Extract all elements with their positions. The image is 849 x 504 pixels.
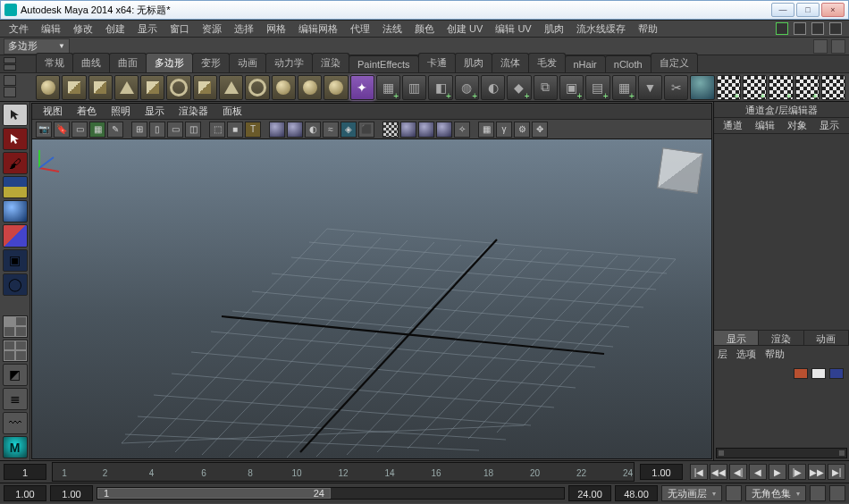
menu-normals[interactable]: 法线 <box>377 21 408 38</box>
menu-create[interactable]: 创建 <box>100 21 130 38</box>
shelf-append-icon[interactable]: ▣ <box>559 75 584 100</box>
shelf-scroll-down-icon[interactable] <box>4 87 16 97</box>
shelf-tab-deform[interactable]: 变形 <box>192 53 230 72</box>
shelf-cone-icon[interactable] <box>114 75 139 100</box>
shelf-tab-render[interactable]: 渲染 <box>312 53 349 72</box>
shelf-split-icon[interactable]: ✂ <box>664 75 688 100</box>
shelf-bridge-icon[interactable]: ⧉ <box>534 75 558 100</box>
vp-image-plane-icon[interactable]: ▭ <box>71 122 88 138</box>
shelf-uv-planar-icon[interactable] <box>717 75 741 100</box>
menu-edit[interactable]: 编辑 <box>36 21 66 38</box>
vp-menu-shading[interactable]: 着色 <box>71 104 102 119</box>
vp-ao-icon[interactable]: ◐ <box>305 122 321 138</box>
tool-lasso-icon[interactable] <box>3 128 28 150</box>
shelf-tab-custom[interactable]: 自定义 <box>651 53 698 72</box>
vp-renderer-icon[interactable]: ⚙ <box>514 122 530 138</box>
shelf-scroll-up-icon[interactable] <box>4 75 16 86</box>
play-reverse-icon[interactable]: ◀ <box>749 464 767 480</box>
current-frame-field[interactable]: 1.00 <box>640 464 683 480</box>
menu-editmesh[interactable]: 编辑网格 <box>293 21 343 38</box>
tool-select-icon[interactable] <box>3 104 28 126</box>
time-ruler[interactable]: 124681012141618202224 <box>52 462 635 482</box>
vp-shadows-icon[interactable] <box>287 122 303 138</box>
character-set-dropdown[interactable]: 无角色集 <box>745 485 806 501</box>
vp-grease-icon[interactable]: ✎ <box>107 122 123 138</box>
shelf-torus-icon[interactable] <box>166 75 190 100</box>
range-thumb[interactable]: 1 24 <box>97 488 331 499</box>
shelf-uv-cyl-icon[interactable] <box>743 75 767 100</box>
axis-gizmo-icon[interactable] <box>32 139 68 175</box>
shelf-helix-icon[interactable] <box>272 75 296 100</box>
menu-select[interactable]: 选择 <box>229 21 259 38</box>
vp-lights-icon[interactable] <box>269 122 285 138</box>
toggle-corner-icon[interactable] <box>776 22 788 35</box>
shelf-tab-scroll-down-icon[interactable] <box>4 64 16 71</box>
shelf-platonic-icon[interactable] <box>324 75 348 100</box>
layer-scrollbar[interactable] <box>716 448 847 458</box>
play-go-end-icon[interactable]: ▶| <box>828 464 845 480</box>
layer-tab-anim[interactable]: 动画 <box>804 331 849 345</box>
shelf-type-icon[interactable]: ✦ <box>350 75 374 100</box>
layout-single-icon[interactable] <box>3 315 28 338</box>
vp-checker-icon[interactable] <box>382 122 399 138</box>
shelf-tab-ncloth[interactable]: nCloth <box>605 55 651 72</box>
layer-swatch-icon[interactable] <box>794 368 808 379</box>
layer-tab-display[interactable]: 显示 <box>714 331 759 345</box>
layer-menu-help[interactable]: 帮助 <box>765 348 785 361</box>
toggle-layout-icon[interactable] <box>794 22 806 35</box>
shelf-tab-animation[interactable]: 动画 <box>229 53 266 72</box>
shelf-tab-fluids[interactable]: 流体 <box>492 53 529 72</box>
shelf-tab-painteffects[interactable]: PaintEffects <box>349 55 419 72</box>
vp-textured-icon[interactable]: T <box>245 122 261 138</box>
vp-grid-icon[interactable]: ⊞ <box>131 122 147 138</box>
play-key-back-icon[interactable]: ◀| <box>729 464 747 480</box>
shelf-insert-icon[interactable]: ▤ <box>585 75 609 100</box>
vp-2d-pan-icon[interactable]: ▦ <box>89 122 105 138</box>
cb-menu-show[interactable]: 显示 <box>814 118 845 133</box>
vp-multisample-icon[interactable]: ✧ <box>454 122 470 138</box>
range-end-inner-field[interactable]: 24.00 <box>568 485 611 501</box>
shelf-tab-fur[interactable]: 毛发 <box>528 53 566 72</box>
vp-xray-icon[interactable]: ◈ <box>340 122 357 138</box>
layer-swatch-icon[interactable] <box>811 368 826 379</box>
shelf-cube-icon[interactable] <box>62 75 86 100</box>
status-icon[interactable] <box>831 39 845 54</box>
window-minimize-button[interactable]: — <box>771 3 794 17</box>
shelf-smooth-icon[interactable]: ◍ <box>455 75 479 100</box>
autokey-icon[interactable] <box>726 485 742 501</box>
shelf-fill-icon[interactable]: ▦ <box>612 75 636 100</box>
toggle-layout2-icon[interactable] <box>811 22 824 35</box>
menu-createuv[interactable]: 创建 UV <box>441 21 488 38</box>
menu-window[interactable]: 窗口 <box>164 21 195 38</box>
shelf-tab-toon[interactable]: 卡通 <box>418 53 456 72</box>
menu-mesh[interactable]: 网格 <box>261 21 291 38</box>
timeline-start-field[interactable]: 1 <box>4 464 46 480</box>
status-icon[interactable] <box>813 39 828 54</box>
toggle-layout3-icon[interactable] <box>829 22 842 35</box>
vp-ssao-icon[interactable] <box>436 122 452 138</box>
shelf-uv-editor-icon[interactable] <box>821 75 845 100</box>
menu-help[interactable]: 帮助 <box>633 21 663 38</box>
vp-gate-mask-icon[interactable]: ◫ <box>185 122 201 138</box>
maya-home-icon[interactable]: M <box>3 436 28 458</box>
tool-paint-icon[interactable]: 🖌 <box>3 152 28 174</box>
vp-snap-icon[interactable]: ✥ <box>532 122 548 138</box>
shelf-soccer-icon[interactable] <box>298 75 322 100</box>
shelf-tab-curves[interactable]: 曲线 <box>72 53 110 72</box>
shelf-tab-general[interactable]: 常规 <box>36 53 73 72</box>
shelf-prism-icon[interactable] <box>193 75 217 100</box>
shelf-extrude-icon[interactable]: ◧ <box>428 75 452 100</box>
cb-menu-edit[interactable]: 编辑 <box>750 118 780 133</box>
shelf-tab-scroll-up-icon[interactable] <box>4 57 16 63</box>
module-dropdown[interactable]: 多边形▼ <box>4 38 70 55</box>
layout-graph-icon[interactable]: 〰 <box>3 412 28 434</box>
vp-resolution-icon[interactable]: ▭ <box>167 122 183 138</box>
tool-manip-icon[interactable]: ▣ <box>3 249 28 272</box>
vp-bookmark-icon[interactable]: 🔖 <box>54 122 70 138</box>
vp-menu-view[interactable]: 视图 <box>38 104 68 119</box>
vp-gamma-icon[interactable]: γ <box>496 122 512 138</box>
vp-wireframe-icon[interactable]: ⬚ <box>209 122 225 138</box>
persp-viewport[interactable] <box>32 139 711 458</box>
layout-outliner-icon[interactable]: ≣ <box>3 388 28 410</box>
menu-color[interactable]: 颜色 <box>409 21 440 38</box>
